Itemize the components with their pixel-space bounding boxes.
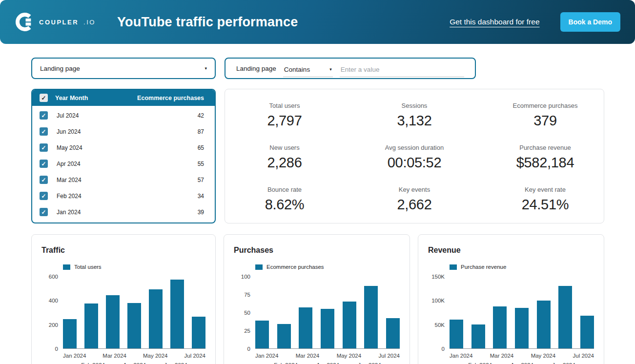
chart-bar[interactable] [277, 324, 291, 348]
table-header: ✓ Year Month Ecommerce purchases [32, 90, 215, 106]
kpi-label: Key event rate [525, 186, 566, 193]
y-tick-label: 200 [49, 322, 58, 328]
y-axis: 0200400600 [41, 277, 63, 349]
x-tick-label: Jun 2024 [164, 362, 187, 364]
y-tick-label: 25 [244, 328, 250, 334]
bar-plot [450, 277, 594, 349]
row-checkbox[interactable]: ✓ [40, 208, 48, 216]
chart-bar[interactable] [149, 289, 163, 348]
kpi-value: 8.62% [265, 197, 305, 213]
row-checkbox[interactable]: ✓ [40, 111, 48, 120]
x-axis-labels: Jan 2024Mar 2024May 2024Jul 2024 [63, 353, 205, 360]
x-tick-label: Feb 2024 [81, 362, 105, 364]
get-dashboard-link[interactable]: Get this dashboard for free [450, 18, 539, 26]
kpi-value: 24.51% [522, 197, 569, 213]
x-axis-labels: Jan 2024Mar 2024May 2024Jul 2024 [255, 353, 400, 360]
kpi-avg-session-duration: Avg session duration 00:05:52 [357, 135, 471, 177]
chart-title: Revenue [428, 245, 594, 255]
table-row[interactable]: ✓ Mar 2024 57 [32, 172, 215, 188]
book-demo-button[interactable]: Book a Demo [560, 12, 620, 32]
y-tick-label: 0 [247, 346, 250, 352]
column-header-ecommerce-purchases[interactable]: Ecommerce purchases [137, 95, 204, 101]
chart-bar[interactable] [471, 324, 485, 348]
kpi-label: New users [269, 144, 299, 151]
kpi-value: 379 [533, 113, 557, 129]
kpi-label: Ecommerce purchases [513, 102, 578, 109]
chart-bar[interactable] [364, 286, 378, 348]
row-value: 87 [198, 128, 204, 135]
kpi-value: $582,184 [516, 155, 574, 171]
x-tick-label: Apr 2024 [511, 362, 533, 364]
chart-bar[interactable] [299, 307, 312, 348]
y-tick-label: 150K [431, 274, 445, 280]
legend-label: Total users [74, 264, 102, 270]
kpi-ecommerce-purchases: Ecommerce purchases 379 [504, 93, 587, 135]
y-tick-label: 50K [435, 322, 445, 328]
chart-bar[interactable] [515, 308, 529, 348]
chart-bar[interactable] [386, 318, 400, 348]
table-row[interactable]: ✓ Jul 2024 42 [32, 107, 215, 123]
table-rows: ✓ Jul 2024 42 ✓ Jun 2024 87 ✓ May 2024 6… [32, 106, 215, 220]
row-value: 55 [198, 161, 204, 167]
row-checkbox[interactable]: ✓ [40, 160, 48, 168]
kpi-value: 00:05:52 [388, 155, 442, 171]
chart-plot-area: 050K100K150K [428, 277, 594, 349]
chart-bar[interactable] [321, 309, 334, 348]
kpi-total-users: Total users 2,797 [248, 93, 321, 135]
row-checkbox[interactable]: ✓ [40, 127, 48, 136]
chart-bar[interactable] [84, 303, 98, 348]
chart-bar[interactable] [63, 319, 77, 348]
chart-title: Purchases [234, 245, 400, 255]
brand-suffix: .IO [83, 19, 96, 26]
filters-row: Landing page ▾ Landing page Contains ▾ [31, 58, 604, 79]
chart-bar[interactable] [580, 316, 594, 348]
chart-bar[interactable] [192, 317, 205, 348]
chart-bar[interactable] [255, 321, 269, 348]
chart-bar[interactable] [493, 306, 507, 348]
kpi-label: Purchase revenue [519, 144, 571, 151]
row-value: 57 [198, 177, 204, 183]
chevron-down-icon: ▾ [329, 67, 332, 72]
kpi-sessions: Sessions 3,132 [357, 93, 471, 135]
kpi-purchase-revenue: Purchase revenue $582,184 [504, 135, 587, 177]
row-label: Jan 2024 [57, 209, 81, 216]
chart-bar[interactable] [558, 286, 572, 348]
landing-page-selector[interactable]: Landing page ▾ [31, 58, 216, 79]
chart-bar[interactable] [127, 303, 141, 348]
y-tick-label: 75 [244, 292, 250, 298]
chart-bar[interactable] [450, 320, 463, 348]
revenue-chart-card: Revenue Purchase revenue 050K100K150K Ja… [418, 234, 604, 364]
operator-select[interactable]: Contains ▾ [283, 64, 333, 77]
page-title: YouTube traffic performance [117, 15, 298, 30]
row-checkbox[interactable]: ✓ [40, 143, 48, 152]
select-all-checkbox[interactable]: ✓ [40, 94, 48, 102]
chart-bar[interactable] [537, 301, 551, 348]
chart-plot-area: 0255075100 [234, 277, 400, 349]
x-tick-label: Jul 2024 [573, 353, 594, 360]
kpi-summary-card: Total users 2,797 Sessions 3,132 Ecommer… [225, 89, 604, 223]
row-checkbox[interactable]: ✓ [40, 176, 48, 184]
row-label: Jun 2024 [57, 128, 81, 135]
kpi-label: Key events [399, 186, 430, 193]
coupler-logo[interactable]: COUPLER.IO [15, 12, 96, 32]
filter-value-input[interactable] [340, 64, 464, 77]
column-header-year-month[interactable]: Year Month [55, 95, 88, 101]
chart-legend: Total users [63, 264, 205, 270]
chart-bar[interactable] [170, 280, 184, 348]
bar-plot [63, 277, 205, 349]
kpi-new-users: New users 2,286 [248, 135, 321, 177]
chart-bar[interactable] [106, 295, 120, 348]
table-row[interactable]: ✓ Apr 2024 55 [32, 156, 215, 172]
kpi-label: Sessions [402, 102, 428, 109]
y-axis: 0255075100 [234, 277, 255, 349]
chart-bar[interactable] [343, 302, 356, 348]
row-checkbox[interactable]: ✓ [40, 192, 48, 200]
table-row[interactable]: ✓ May 2024 65 [32, 140, 215, 156]
table-row[interactable]: ✓ Jan 2024 39 [32, 204, 215, 220]
table-row[interactable]: ✓ Feb 2024 34 [32, 188, 215, 204]
traffic-chart-card: Traffic Total users 0200400600 Jan 2024M… [31, 234, 216, 364]
table-row[interactable]: ✓ Jun 2024 87 [32, 123, 215, 140]
x-tick-label: Jan 2024 [63, 353, 86, 360]
condition-field-label: Landing page [236, 65, 276, 72]
y-tick-label: 100 [241, 274, 250, 280]
